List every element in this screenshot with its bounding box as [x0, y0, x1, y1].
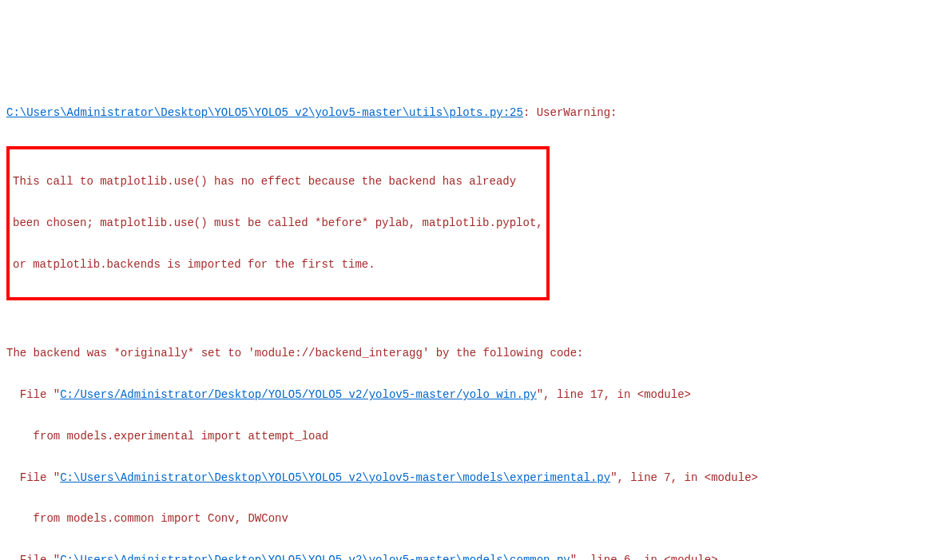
highlighted-warning: This call to matplotlib.use() has no eff… [6, 146, 550, 300]
file-path-link[interactable]: C:/Users/Administrator/Desktop/YOLO5/YOL… [60, 388, 537, 401]
file-path-link[interactable]: C:\Users\Administrator\Desktop\YOLO5\YOL… [60, 554, 570, 560]
trace-prefix: File " [6, 388, 60, 401]
trace-code: from models.experimental import attempt_… [6, 427, 919, 447]
backend-message: The backend was *originally* set to 'mod… [6, 344, 919, 364]
trace-suffix: ", line 6, in <module> [570, 554, 718, 560]
warning-text: This call to matplotlib.use() has no eff… [13, 172, 543, 193]
warning-text: or matplotlib.backends is imported for t… [13, 255, 543, 276]
trace-code: from models.common import Conv, DWConv [6, 509, 919, 530]
file-path-link[interactable]: C:\Users\Administrator\Desktop\YOLO5\YOL… [60, 471, 610, 484]
file-path-link[interactable]: C:\Users\Administrator\Desktop\YOLO5\YOL… [6, 106, 523, 119]
trace-suffix: ", line 7, in <module> [610, 471, 758, 484]
warning-label: : UserWarning: [523, 106, 617, 119]
trace-prefix: File " [6, 554, 60, 560]
trace-suffix: ", line 17, in <module> [537, 388, 691, 401]
console-output: C:\Users\Administrator\Desktop\YOLO5\YOL… [6, 83, 919, 560]
trace-prefix: File " [6, 471, 60, 484]
warning-text: been chosen; matplotlib.use() must be ca… [13, 213, 543, 234]
